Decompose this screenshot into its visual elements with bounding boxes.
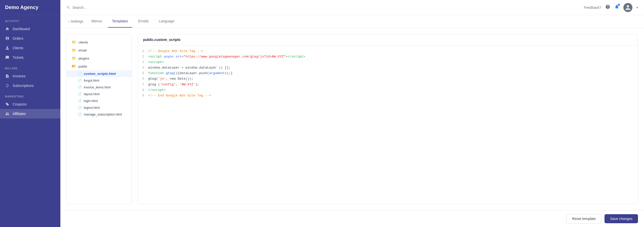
help-icon[interactable] (605, 4, 610, 11)
avatar-dropdown-icon[interactable]: ▾ (636, 6, 638, 9)
brand-title: Demo Agency (0, 0, 60, 15)
folder-plugins[interactable]: 📁 plugins (67, 54, 132, 62)
reset-template-button[interactable]: Reset template (566, 214, 601, 223)
file-manage-subscription[interactable]: 📄 manage_subscription.html (67, 111, 132, 118)
folder-clients[interactable]: 📁 clients (67, 38, 132, 46)
main-area: Feedback? ▾ ‹ Settings Menus Templates (60, 0, 644, 227)
save-changes-button[interactable]: Save changes (605, 214, 638, 223)
tab-menus[interactable]: Menus (87, 15, 106, 28)
folder-label: public (78, 65, 87, 68)
line-number: 2 (138, 54, 148, 60)
feedback-button[interactable]: Feedback? (584, 6, 601, 10)
notification-badge (618, 4, 620, 6)
tab-back-settings[interactable]: ‹ Settings (66, 15, 85, 27)
folder-label: clients (78, 40, 88, 44)
folder-public[interactable]: 📂 public (67, 62, 132, 70)
code-body[interactable]: 1<!-- Google Ads Site Tag -->2<script as… (138, 45, 638, 204)
line-code: gtag ('config', 'AW-XYZ'); (148, 82, 199, 87)
line-number: 8 (138, 87, 148, 93)
file-icon: 📄 (78, 106, 82, 109)
tab-emails[interactable]: Emails (134, 15, 153, 28)
folder-icon: 📁 (72, 40, 76, 44)
sidebar-item-label: Dashboard (13, 27, 30, 31)
line-code: <script async src="https://www.googletag… (148, 54, 305, 60)
code-line: 7gtag ('config', 'AW-XYZ'); (138, 82, 638, 87)
code-line: 2<script async src="https://www.googleta… (138, 54, 638, 60)
line-number: 3 (138, 60, 148, 65)
file-label: forgot.html (84, 79, 99, 82)
line-number: 4 (138, 65, 148, 71)
avatar[interactable] (623, 3, 632, 12)
file-label: manage_subscription.html (84, 112, 122, 116)
file-custom-scripts[interactable]: 📄 custom_scripts.html (67, 70, 132, 77)
tickets-icon (5, 55, 10, 60)
clients-icon (5, 46, 10, 50)
line-number: 7 (138, 82, 148, 87)
folder-icon: 📁 (72, 48, 76, 52)
line-code: function gtag(){dataLayer.push(arguments… (148, 71, 233, 76)
line-number: 9 (138, 93, 148, 98)
orders-icon (5, 36, 10, 41)
code-line: 4window.dataLayer = window.dataLayer || … (138, 65, 638, 71)
search-box[interactable] (66, 6, 580, 10)
file-icon: 📄 (78, 92, 82, 96)
file-invoice-items[interactable]: 📄 invoice_items.html (67, 84, 132, 91)
code-title: public.custom_scripts (138, 34, 638, 45)
sidebar-item-affiliates[interactable]: Affiliates (0, 109, 60, 119)
code-panel: public.custom_scripts 1<!-- Google Ads S… (138, 34, 638, 204)
topbar-right: Feedback? ▾ (584, 3, 638, 12)
sidebar-item-subscriptions[interactable]: Subscriptions (0, 81, 60, 90)
folder-open-icon: 📂 (72, 64, 76, 69)
sidebar: Demo Agency ACTIVITY Dashboard Orders Cl… (0, 0, 60, 227)
coupons-icon (5, 102, 10, 106)
search-input[interactable] (72, 6, 123, 10)
tab-templates[interactable]: Templates (108, 15, 132, 28)
action-bar: Reset template Save changes (60, 210, 644, 227)
sidebar-item-invoices[interactable]: Invoices (0, 71, 60, 81)
sidebar-item-label: Subscriptions (13, 84, 34, 88)
section-label-activity: ACTIVITY (0, 15, 60, 24)
tab-language[interactable]: Language (155, 15, 178, 28)
line-number: 5 (138, 71, 148, 76)
line-code: <script> (148, 60, 164, 65)
editor-area: 📁 clients 📁 email 📁 plugins 📂 public 📄 (60, 28, 644, 210)
sidebar-item-coupons[interactable]: Coupons (0, 99, 60, 109)
tabs-bar: ‹ Settings Menus Templates Emails Langua… (60, 15, 644, 28)
subscriptions-icon (5, 83, 10, 88)
code-line: 8</script> (138, 87, 638, 93)
file-icon: 📄 (78, 99, 82, 103)
file-layout[interactable]: 📄 layout.html (67, 91, 132, 97)
code-line: 6gtag('js', new Date()); (138, 76, 638, 82)
sidebar-item-orders[interactable]: Orders (0, 34, 60, 43)
sidebar-item-tickets[interactable]: Tickets (0, 53, 60, 62)
folder-email[interactable]: 📁 email (67, 46, 132, 54)
file-tree: 📁 clients 📁 email 📁 plugins 📂 public 📄 (66, 34, 132, 204)
sidebar-item-label: Invoices (13, 74, 25, 78)
notifications-icon[interactable] (614, 4, 619, 11)
file-login[interactable]: 📄 login.html (67, 97, 132, 104)
file-icon: 📄 (78, 112, 82, 116)
file-logout[interactable]: 📄 logout.html (67, 104, 132, 111)
file-icon: 📄 (78, 79, 82, 82)
content-area: 📁 clients 📁 email 📁 plugins 📂 public 📄 (60, 28, 644, 227)
code-line: 3<script> (138, 60, 638, 65)
file-label: custom_scripts.html (84, 72, 116, 76)
file-forgot[interactable]: 📄 forgot.html (67, 77, 132, 84)
folder-label: plugins (78, 56, 89, 60)
line-code: <!-- End Google Ads Site Tag --> (148, 93, 211, 98)
home-icon (5, 27, 10, 31)
search-icon (66, 6, 70, 10)
file-icon: 📄 (78, 85, 82, 89)
invoices-icon (5, 74, 10, 78)
sidebar-item-clients[interactable]: Clients (0, 43, 60, 53)
sidebar-item-label: Clients (13, 46, 23, 50)
back-arrow-icon: ‹ (68, 19, 70, 23)
line-number: 6 (138, 76, 148, 82)
code-line: 1<!-- Google Ads Site Tag --> (138, 48, 638, 54)
sidebar-item-dashboard[interactable]: Dashboard (0, 24, 60, 34)
folder-icon: 📁 (72, 56, 76, 61)
line-code: </script> (148, 87, 166, 93)
line-number: 1 (138, 48, 148, 54)
affiliates-icon (5, 111, 10, 116)
line-code: <!-- Google Ads Site Tag --> (148, 48, 203, 54)
